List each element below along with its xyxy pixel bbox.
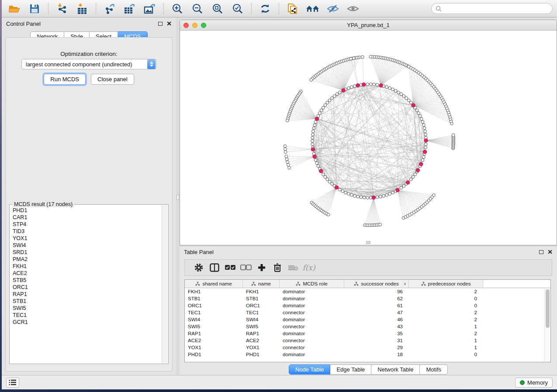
column-header-successor-nodes[interactable]: successor nodes∨ (344, 280, 409, 288)
zoom-out-button[interactable] (189, 2, 206, 16)
network-node[interactable] (347, 193, 350, 196)
result-list-item[interactable]: STB5 (13, 277, 162, 284)
network-node[interactable] (314, 158, 317, 162)
table-settings-button[interactable] (191, 263, 207, 272)
network-node[interactable] (353, 194, 356, 197)
cell-name[interactable]: YOX1 (243, 344, 280, 351)
network-node[interactable] (417, 112, 420, 115)
criterion-dropdown[interactable]: largest connected component (undirected) (21, 59, 156, 69)
dominator-node[interactable] (342, 89, 345, 92)
cell-successor-nodes[interactable]: 43 (344, 323, 409, 330)
cell-shared-name[interactable]: TEC1 (185, 309, 243, 316)
function-builder-button[interactable]: f(x) (301, 263, 317, 272)
network-node[interactable] (318, 112, 321, 115)
hide-selected-button[interactable] (325, 2, 341, 16)
cell-mcds-role[interactable]: connector (280, 337, 344, 344)
network-node[interactable] (328, 99, 331, 102)
network-node[interactable] (407, 99, 410, 102)
leaf-node[interactable] (286, 119, 289, 122)
result-list-scrollbar[interactable] (162, 205, 168, 363)
cell-mcds-role[interactable]: connector (280, 344, 344, 351)
result-list-item[interactable]: STP4 (13, 221, 162, 228)
cell-name[interactable]: SWI5 (243, 323, 280, 330)
dominator-node[interactable] (416, 168, 419, 172)
cell-mcds-role[interactable]: dominator (280, 302, 344, 309)
search-input[interactable] (444, 6, 548, 12)
cell-successor-nodes[interactable]: 61 (344, 302, 409, 309)
leaf-node[interactable] (310, 79, 313, 82)
network-node[interactable] (405, 96, 408, 100)
cell-predecessor-nodes[interactable]: 2 (409, 330, 483, 337)
result-list-item[interactable]: SWI4 (13, 242, 162, 249)
dominator-node[interactable] (311, 148, 315, 151)
canvas-resize-handle[interactable] (366, 241, 370, 244)
leaf-node[interactable] (285, 158, 288, 161)
import-network-button[interactable] (54, 2, 70, 16)
result-list-item[interactable]: RAP1 (13, 291, 162, 298)
first-neighbors-button[interactable] (304, 2, 321, 16)
dominator-node[interactable] (419, 162, 423, 166)
leaf-node[interactable] (286, 161, 289, 164)
table-row[interactable]: PHD1PHD1dominator180 (185, 351, 550, 358)
network-node[interactable] (424, 143, 427, 146)
network-node[interactable] (385, 86, 388, 89)
cell-predecessor-nodes[interactable]: 2 (409, 309, 483, 316)
cell-successor-nodes[interactable]: 31 (344, 337, 409, 344)
network-node[interactable] (338, 91, 341, 94)
export-network-button[interactable] (101, 2, 118, 16)
dominator-node[interactable] (319, 169, 323, 173)
cell-shared-name[interactable]: ACE2 (185, 337, 243, 344)
float-panel-icon[interactable] (158, 22, 163, 26)
vertical-splitter[interactable] (176, 18, 180, 375)
cell-successor-nodes[interactable]: 29 (344, 344, 409, 351)
column-header-name[interactable]: name (243, 280, 280, 288)
network-node[interactable] (414, 173, 417, 176)
memory-button[interactable]: Memory (515, 378, 553, 388)
tab-edge-table[interactable]: Edge Table (330, 364, 371, 375)
dominator-node[interactable] (406, 181, 410, 184)
tab-motifs[interactable]: Motifs (420, 364, 448, 375)
network-node[interactable] (315, 162, 318, 165)
leaf-node[interactable] (285, 155, 288, 158)
dominator-node[interactable] (362, 83, 365, 86)
close-panel-button[interactable]: Close panel (91, 74, 134, 85)
cell-predecessor-nodes[interactable]: 0 (409, 295, 483, 302)
network-node[interactable] (356, 195, 360, 198)
open-file-button[interactable] (6, 2, 23, 16)
leaf-node[interactable] (361, 55, 364, 58)
network-node[interactable] (421, 158, 424, 162)
table-scrollbar[interactable] (544, 289, 550, 361)
network-node[interactable] (409, 178, 412, 181)
network-node[interactable] (373, 83, 376, 86)
result-list-item[interactable]: YOX1 (13, 235, 162, 242)
network-node[interactable] (388, 193, 391, 196)
mcds-result-list[interactable]: PHD1CAR1STP4TID3YOX1SWI4SRD1PMA2FKH1ACE2… (10, 205, 162, 363)
network-node[interactable] (363, 196, 366, 199)
network-node[interactable] (353, 85, 356, 88)
network-node[interactable] (322, 106, 325, 109)
network-node[interactable] (379, 195, 382, 198)
network-node[interactable] (391, 88, 394, 91)
network-node[interactable] (338, 188, 341, 191)
result-list-item[interactable]: CAR1 (13, 214, 162, 221)
table-row[interactable]: RAP1RAP1dominator352 (185, 330, 550, 337)
network-node[interactable] (330, 182, 333, 186)
network-node[interactable] (391, 191, 394, 194)
result-list-item[interactable]: SWI5 (13, 305, 162, 312)
select-all-columns-button[interactable] (222, 265, 238, 271)
cell-name[interactable]: SWI4 (243, 316, 280, 323)
network-node[interactable] (326, 101, 329, 104)
cell-shared-name[interactable]: ORC1 (185, 302, 243, 309)
delete-column-button[interactable] (270, 263, 285, 272)
splitter-grip[interactable] (176, 195, 179, 200)
clone-network-button[interactable] (284, 2, 301, 16)
dominator-node[interactable] (313, 155, 316, 158)
table-row[interactable]: FKH1FKH1dominator962 (185, 288, 550, 295)
result-list-item[interactable]: SRD1 (13, 249, 162, 256)
network-node[interactable] (409, 101, 412, 104)
cell-shared-name[interactable]: YOX1 (185, 344, 243, 351)
network-node[interactable] (402, 95, 405, 98)
cell-predecessor-nodes[interactable]: 1 (409, 323, 483, 330)
network-node[interactable] (388, 86, 391, 89)
add-column-button[interactable] (254, 263, 270, 272)
